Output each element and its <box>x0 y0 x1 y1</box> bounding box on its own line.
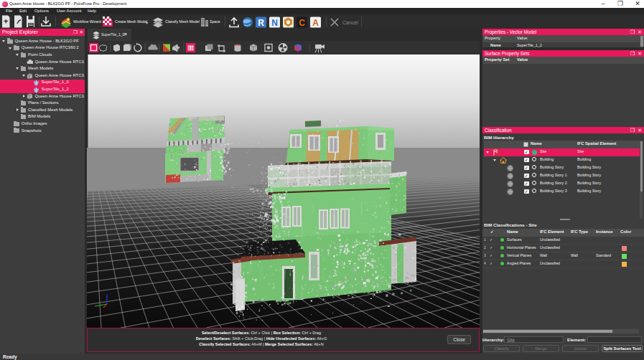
svg-text:C: C <box>299 18 305 28</box>
svg-text:A: A <box>312 18 319 28</box>
svg-text:Cancel: Cancel <box>342 20 358 25</box>
svg-text:N: N <box>271 18 278 28</box>
svg-text:R: R <box>258 18 264 28</box>
